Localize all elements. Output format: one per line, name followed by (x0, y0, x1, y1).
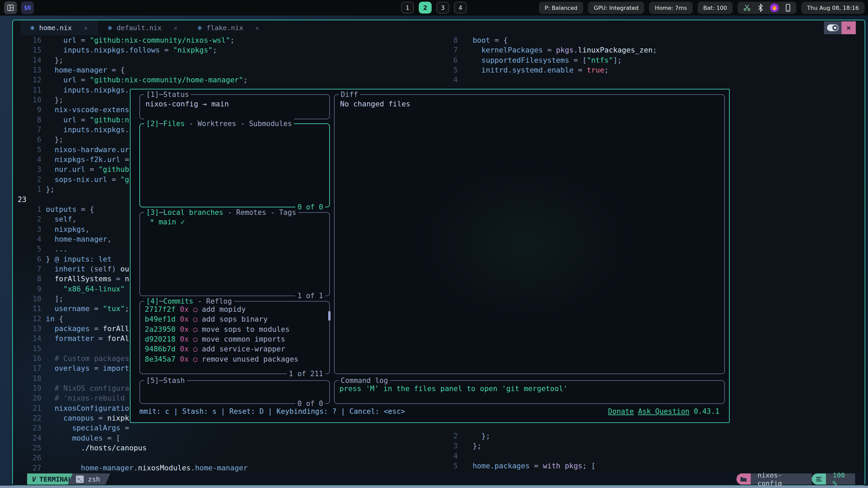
terminal-prompt-icon: >_ (76, 475, 84, 483)
vim-logo-icon: V (32, 475, 36, 483)
lazygit-commits-panel[interactable]: [4]─Commits - Reflog 2717f2f 0x ○ add mo… (139, 301, 330, 374)
lazygit-footer-links: Donate Ask Question 0.43.1 (608, 407, 719, 415)
tab-close-icon[interactable]: × (174, 24, 178, 32)
panel-number: [1] (146, 90, 159, 99)
status-tray: P: Balanced GPU: Integrated Home: 7ms Ba… (539, 2, 865, 14)
gpu-pill[interactable]: GPU: Integrated (588, 2, 644, 14)
panel-number: [2] (146, 120, 159, 128)
power-profile-pill[interactable]: P: Balanced (539, 2, 583, 14)
tab-flake-nix[interactable]: ❄ flake.nix × (188, 20, 269, 35)
lazygit-command-log-panel[interactable]: Command log press 'M' in the files panel… (334, 380, 725, 404)
right-code-pane-bottom[interactable]: 2 };3 };45 home.packages = with pkgs; [ (429, 431, 853, 471)
panel-number: [4] (146, 297, 159, 305)
lazygit-stash-panel[interactable]: [5]─Stash 0 of 0 (139, 380, 330, 404)
nix-snowflake-icon: ❄ (108, 24, 112, 32)
tray-icons-pill (737, 2, 796, 14)
app-launcher-button[interactable] (4, 1, 17, 14)
commits-scrollbar[interactable] (328, 311, 331, 321)
panel-title: Stash (163, 377, 185, 385)
files-count: 0 of 0 (295, 202, 325, 212)
workspace-4[interactable]: 4 (454, 2, 467, 14)
lazygit-files-panel[interactable]: [2]─Files - Worktrees - Submodules 0 of … (139, 123, 330, 207)
editor-window: ❄ home.nix × ❄ default.nix × ❄ flake.nix… (12, 20, 865, 486)
flame-icon[interactable] (770, 3, 779, 12)
nix-shell-label: $N (24, 4, 31, 11)
donate-link[interactable]: Donate (608, 407, 634, 415)
code-line: 25 ./hosts/canopus (13, 443, 441, 453)
tab-label: home.nix (39, 24, 72, 32)
diff-content: No changed files (335, 95, 724, 113)
code-line: 8 boot = { (429, 35, 853, 45)
folder-icon (740, 476, 747, 482)
code-line: 6 supportedFilesystems = ["ntfs"]; (429, 55, 853, 65)
workspace-3[interactable]: 3 (436, 2, 449, 14)
window-controls: × (824, 21, 856, 34)
tab-default-nix[interactable]: ❄ default.nix × (98, 20, 188, 35)
commit-list: 2717f2f 0x ○ add mopidyb49ef1d 0x ○ add … (140, 302, 329, 367)
scissors-icon[interactable] (743, 4, 751, 12)
tab-home-nix[interactable]: ❄ home.nix × (20, 20, 98, 35)
project-folder-cap (736, 473, 751, 485)
code-line: 3 }; (429, 441, 853, 451)
commits-count: 1 of 211 (287, 369, 325, 379)
battery-pill[interactable]: Bat: 100 (697, 2, 733, 14)
commit-row[interactable]: 2a23950 0x ○ move sops to modules (145, 324, 324, 334)
code-line: 26 (13, 453, 441, 463)
lazygit-version: 0.43.1 (694, 407, 719, 415)
shell-label: zsh (88, 475, 100, 483)
project-name[interactable]: nixos-config (751, 473, 812, 485)
scroll-lines-cap (812, 473, 826, 485)
shell-segment: >_ zsh (68, 473, 110, 485)
editor-tab-bar: ❄ home.nix × ❄ default.nix × ❄ flake.nix… (13, 20, 865, 35)
panel-tab-active: Local branches (163, 208, 223, 217)
lines-icon (816, 477, 822, 482)
commit-row[interactable]: 8e345a7 0x ○ remove unused packages (145, 354, 324, 364)
workspace-2-active[interactable]: 2 (419, 2, 432, 14)
ping-pill[interactable]: Home: 7ms (649, 2, 693, 14)
panel-tabs-rest: - Remotes - Tags (223, 208, 296, 217)
lazygit-status-panel[interactable]: [1]─Status nixos-config → main (139, 94, 330, 119)
commit-row[interactable]: b49ef1d 0x ○ add sops binary (145, 314, 324, 324)
tab-close-icon[interactable]: × (84, 24, 88, 32)
code-line: 5 initrd.systemd.enable = true; (429, 65, 853, 75)
right-code-pane-top[interactable]: 8 boot = {7 kernelPackages = pkgs.linuxP… (429, 35, 853, 85)
branches-count: 1 of 1 (295, 291, 325, 301)
code-line: 27 home-manager.nixosModules.home-manage… (13, 463, 441, 473)
tab-label: flake.nix (206, 24, 243, 32)
commit-row[interactable]: d920218 0x ○ move common imports (145, 334, 324, 344)
code-line: 5 home.packages = with pkgs; [ (429, 461, 853, 471)
panel-title: Command log (341, 377, 388, 385)
command-log-content: press 'M' in the files panel to open 'gi… (335, 381, 724, 396)
code-line: 15 inputs.nixpkgs.follows = "nixpkgs"; (13, 45, 441, 55)
statusline: V TERMINAL >_ zsh nixos-config 100 % (13, 473, 865, 485)
code-line: 16 url = "github:nix-community/nixos-wsl… (13, 35, 441, 45)
bottom-strip (0, 486, 868, 488)
nix-shell-button[interactable]: $N (21, 1, 34, 14)
lazygit-keybindings-bar: mmit: c | Stash: s | Reset: D | Keybindi… (139, 407, 405, 415)
lazygit-diff-panel[interactable]: Diff No changed files (334, 94, 725, 374)
code-line: 4 (429, 75, 853, 85)
window-close-button[interactable]: × (842, 21, 856, 34)
tab-close-icon[interactable]: × (255, 24, 259, 32)
phone-icon[interactable] (785, 4, 791, 12)
lazygit-branches-panel[interactable]: [3]─Local branches - Remotes - Tags * ma… (139, 212, 330, 296)
ask-question-link[interactable]: Ask Question (638, 407, 690, 415)
commit-row[interactable]: 9486b7d 0x ○ add service-wrapper (145, 344, 324, 354)
code-line: 14 }; (13, 55, 441, 65)
panel-tab-active: Commits (163, 297, 194, 305)
code-line: 24 modules = [ (13, 433, 441, 443)
code-line: 7 kernelPackages = pkgs.linuxPackages_ze… (429, 45, 853, 55)
panel-tab-active: Files (163, 120, 185, 128)
apps-grid-icon (7, 4, 14, 12)
workspace-1[interactable]: 1 (401, 2, 414, 14)
scroll-percentage: 100 % (826, 473, 855, 485)
panel-tabs-rest: - Worktrees - Submodules (185, 120, 292, 128)
code-line: 2 }; (429, 431, 853, 441)
nix-snowflake-icon: ❄ (31, 24, 34, 32)
bluetooth-icon[interactable] (757, 4, 764, 12)
panel-title: Diff (341, 90, 358, 99)
code-line: 13 home-manager = { (13, 65, 441, 75)
tab-label: default.nix (117, 24, 161, 32)
clock-pill[interactable]: Thu Aug 08, 18:16 (801, 2, 865, 14)
window-toggle-switch[interactable] (824, 21, 842, 34)
